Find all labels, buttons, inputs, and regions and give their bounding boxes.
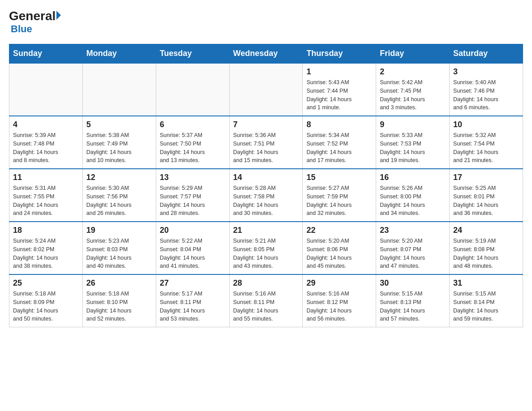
calendar-day-22: 22Sunrise: 5:20 AMSunset: 8:06 PMDayligh… (303, 222, 376, 274)
day-info: Sunrise: 5:18 AMSunset: 8:09 PMDaylight:… (13, 290, 79, 323)
day-info: Sunrise: 5:22 AMSunset: 8:04 PMDaylight:… (160, 237, 226, 270)
day-info: Sunrise: 5:17 AMSunset: 8:11 PMDaylight:… (160, 290, 226, 323)
day-number: 30 (380, 278, 446, 288)
calendar-day-2: 2Sunrise: 5:42 AMSunset: 7:45 PMDaylight… (376, 63, 450, 116)
calendar-empty-cell (82, 63, 156, 116)
day-header-saturday: Saturday (450, 44, 523, 64)
day-number: 11 (13, 173, 79, 182)
day-number: 6 (160, 120, 226, 129)
day-info: Sunrise: 5:23 AMSunset: 8:03 PMDaylight:… (86, 237, 152, 270)
calendar-day-7: 7Sunrise: 5:36 AMSunset: 7:51 PMDaylight… (229, 116, 303, 169)
calendar-week-row: 11Sunrise: 5:31 AMSunset: 7:55 PMDayligh… (9, 169, 523, 222)
calendar-table: SundayMondayTuesdayWednesdayThursdayFrid… (9, 44, 523, 327)
day-info: Sunrise: 5:40 AMSunset: 7:46 PMDaylight:… (453, 78, 519, 112)
calendar-empty-cell (156, 63, 229, 116)
page-header: General Blue (9, 9, 523, 35)
day-info: Sunrise: 5:24 AMSunset: 8:02 PMDaylight:… (13, 237, 79, 270)
calendar-day-10: 10Sunrise: 5:32 AMSunset: 7:54 PMDayligh… (450, 116, 523, 169)
day-info: Sunrise: 5:36 AMSunset: 7:51 PMDaylight:… (233, 131, 299, 165)
day-number: 27 (160, 278, 226, 288)
day-info: Sunrise: 5:19 AMSunset: 8:08 PMDaylight:… (453, 237, 519, 270)
calendar-day-18: 18Sunrise: 5:24 AMSunset: 8:02 PMDayligh… (9, 222, 83, 274)
day-info: Sunrise: 5:39 AMSunset: 7:48 PMDaylight:… (13, 131, 79, 165)
day-number: 17 (453, 173, 519, 182)
day-info: Sunrise: 5:15 AMSunset: 8:13 PMDaylight:… (380, 290, 446, 323)
day-info: Sunrise: 5:15 AMSunset: 8:14 PMDaylight:… (453, 290, 519, 323)
day-number: 16 (380, 173, 446, 182)
calendar-day-14: 14Sunrise: 5:28 AMSunset: 7:58 PMDayligh… (229, 169, 303, 222)
day-info: Sunrise: 5:26 AMSunset: 8:00 PMDaylight:… (380, 184, 446, 218)
day-header-sunday: Sunday (9, 44, 83, 64)
day-number: 8 (306, 120, 372, 129)
calendar-day-23: 23Sunrise: 5:20 AMSunset: 8:07 PMDayligh… (376, 222, 450, 274)
day-number: 3 (453, 67, 519, 77)
day-info: Sunrise: 5:20 AMSunset: 8:07 PMDaylight:… (380, 237, 446, 270)
day-header-thursday: Thursday (303, 44, 376, 64)
day-number: 24 (453, 226, 519, 235)
calendar-day-30: 30Sunrise: 5:15 AMSunset: 8:13 PMDayligh… (376, 274, 450, 327)
day-number: 23 (380, 226, 446, 235)
logo-text: General (9, 9, 61, 23)
calendar-day-1: 1Sunrise: 5:43 AMSunset: 7:44 PMDaylight… (303, 63, 376, 116)
day-number: 18 (13, 226, 79, 235)
day-number: 15 (306, 173, 372, 182)
calendar-empty-cell (229, 63, 303, 116)
calendar-week-row: 18Sunrise: 5:24 AMSunset: 8:02 PMDayligh… (9, 222, 523, 274)
calendar-day-31: 31Sunrise: 5:15 AMSunset: 8:14 PMDayligh… (450, 274, 523, 327)
day-info: Sunrise: 5:18 AMSunset: 8:10 PMDaylight:… (86, 290, 152, 323)
calendar-header-row: SundayMondayTuesdayWednesdayThursdayFrid… (9, 44, 523, 64)
day-number: 4 (13, 120, 79, 129)
day-number: 21 (233, 226, 299, 235)
calendar-day-19: 19Sunrise: 5:23 AMSunset: 8:03 PMDayligh… (82, 222, 156, 274)
day-info: Sunrise: 5:31 AMSunset: 7:55 PMDaylight:… (13, 184, 79, 218)
day-number: 28 (233, 278, 299, 288)
calendar-week-row: 25Sunrise: 5:18 AMSunset: 8:09 PMDayligh… (9, 274, 523, 327)
logo: General Blue (9, 9, 61, 35)
calendar-day-9: 9Sunrise: 5:33 AMSunset: 7:53 PMDaylight… (376, 116, 450, 169)
calendar-day-8: 8Sunrise: 5:34 AMSunset: 7:52 PMDaylight… (303, 116, 376, 169)
day-header-monday: Monday (82, 44, 156, 64)
calendar-day-13: 13Sunrise: 5:29 AMSunset: 7:57 PMDayligh… (156, 169, 229, 222)
calendar-day-17: 17Sunrise: 5:25 AMSunset: 8:01 PMDayligh… (450, 169, 523, 222)
calendar-day-25: 25Sunrise: 5:18 AMSunset: 8:09 PMDayligh… (9, 274, 83, 327)
calendar-day-28: 28Sunrise: 5:16 AMSunset: 8:11 PMDayligh… (229, 274, 303, 327)
day-number: 19 (86, 226, 152, 235)
day-info: Sunrise: 5:43 AMSunset: 7:44 PMDaylight:… (306, 78, 372, 112)
day-info: Sunrise: 5:42 AMSunset: 7:45 PMDaylight:… (380, 78, 446, 112)
day-number: 22 (306, 226, 372, 235)
calendar-day-16: 16Sunrise: 5:26 AMSunset: 8:00 PMDayligh… (376, 169, 450, 222)
day-number: 12 (86, 173, 152, 182)
calendar-day-21: 21Sunrise: 5:21 AMSunset: 8:05 PMDayligh… (229, 222, 303, 274)
day-number: 1 (306, 67, 372, 77)
day-header-friday: Friday (376, 44, 450, 64)
calendar-day-26: 26Sunrise: 5:18 AMSunset: 8:10 PMDayligh… (82, 274, 156, 327)
calendar-day-6: 6Sunrise: 5:37 AMSunset: 7:50 PMDaylight… (156, 116, 229, 169)
calendar-day-4: 4Sunrise: 5:39 AMSunset: 7:48 PMDaylight… (9, 116, 83, 169)
calendar-day-24: 24Sunrise: 5:19 AMSunset: 8:08 PMDayligh… (450, 222, 523, 274)
calendar-day-29: 29Sunrise: 5:16 AMSunset: 8:12 PMDayligh… (303, 274, 376, 327)
day-number: 2 (380, 67, 446, 77)
day-number: 13 (160, 173, 226, 182)
calendar-day-3: 3Sunrise: 5:40 AMSunset: 7:46 PMDaylight… (450, 63, 523, 116)
calendar-day-11: 11Sunrise: 5:31 AMSunset: 7:55 PMDayligh… (9, 169, 83, 222)
day-info: Sunrise: 5:27 AMSunset: 7:59 PMDaylight:… (306, 184, 372, 218)
day-info: Sunrise: 5:33 AMSunset: 7:53 PMDaylight:… (380, 131, 446, 165)
day-info: Sunrise: 5:16 AMSunset: 8:11 PMDaylight:… (233, 290, 299, 323)
day-header-wednesday: Wednesday (229, 44, 303, 64)
calendar-week-row: 4Sunrise: 5:39 AMSunset: 7:48 PMDaylight… (9, 116, 523, 169)
day-header-tuesday: Tuesday (156, 44, 229, 64)
day-info: Sunrise: 5:30 AMSunset: 7:56 PMDaylight:… (86, 184, 152, 218)
calendar-day-12: 12Sunrise: 5:30 AMSunset: 7:56 PMDayligh… (82, 169, 156, 222)
day-info: Sunrise: 5:32 AMSunset: 7:54 PMDaylight:… (453, 131, 519, 165)
day-info: Sunrise: 5:20 AMSunset: 8:06 PMDaylight:… (306, 237, 372, 270)
day-number: 20 (160, 226, 226, 235)
day-number: 31 (453, 278, 519, 288)
calendar-week-row: 1Sunrise: 5:43 AMSunset: 7:44 PMDaylight… (9, 63, 523, 116)
day-number: 9 (380, 120, 446, 129)
day-info: Sunrise: 5:25 AMSunset: 8:01 PMDaylight:… (453, 184, 519, 218)
calendar-empty-cell (9, 63, 83, 116)
day-info: Sunrise: 5:34 AMSunset: 7:52 PMDaylight:… (306, 131, 372, 165)
logo-blue: Blue (11, 23, 32, 35)
calendar-day-15: 15Sunrise: 5:27 AMSunset: 7:59 PMDayligh… (303, 169, 376, 222)
day-info: Sunrise: 5:37 AMSunset: 7:50 PMDaylight:… (160, 131, 226, 165)
